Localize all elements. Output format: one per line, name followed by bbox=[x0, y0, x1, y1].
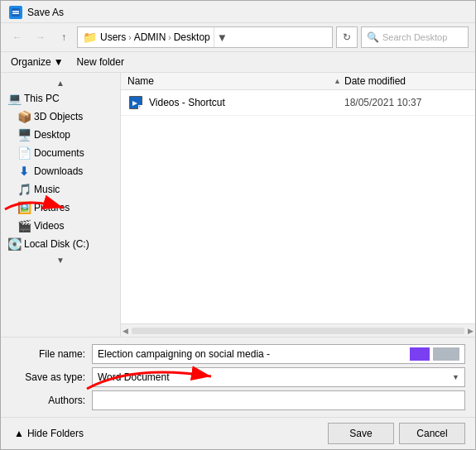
nav-item-videos[interactable]: 🎬 Videos bbox=[1, 217, 120, 235]
hide-folders-label: Hide Folders bbox=[27, 428, 84, 439]
up-button[interactable]: ↑ bbox=[54, 27, 74, 47]
search-bar[interactable]: 🔍 Search Desktop bbox=[361, 26, 469, 48]
file-item[interactable]: Videos - Shortcut 18/05/2021 10:37 bbox=[121, 90, 475, 116]
pictures-icon: 🖼️ bbox=[17, 201, 31, 214]
type-dropdown-icon: ▼ bbox=[452, 373, 459, 381]
breadcrumb-desktop[interactable]: Desktop bbox=[174, 31, 210, 43]
nav-item-desktop[interactable]: 🖥️ Desktop bbox=[1, 126, 120, 144]
videos-icon: 🎬 bbox=[17, 219, 31, 232]
title-bar-title: Save As bbox=[27, 7, 64, 18]
nav-label-desktop: Desktop bbox=[34, 129, 70, 141]
forward-button[interactable]: → bbox=[31, 27, 50, 47]
nav-scroll-up[interactable]: ▲ bbox=[1, 76, 120, 89]
type-label: Save as type: bbox=[11, 371, 85, 383]
footer-area: ▲ Hide Folders Save Cancel bbox=[1, 417, 475, 449]
sub-toolbar: Organize ▼ New folder bbox=[1, 52, 475, 73]
nav-item-documents[interactable]: 📄 Documents bbox=[1, 144, 120, 162]
nav-label-music: Music bbox=[34, 184, 60, 195]
nav-item-pictures[interactable]: 🖼️ Pictures bbox=[1, 199, 120, 217]
organize-dropdown-icon: ▼ bbox=[54, 56, 64, 68]
filename-label: File name: bbox=[11, 348, 85, 360]
save-as-dialog: Save As ← → ↑ 📁 Users › ADMIN › Desktop … bbox=[0, 0, 476, 450]
nav-label-downloads: Downloads bbox=[34, 165, 83, 177]
file-date: 18/05/2021 10:37 bbox=[344, 97, 469, 108]
downloads-icon: ⬇ bbox=[17, 165, 31, 178]
toolbar: ← → ↑ 📁 Users › ADMIN › Desktop ▼ ↻ 🔍 Se… bbox=[1, 23, 475, 52]
svg-rect-1 bbox=[12, 11, 19, 12]
file-list: Videos - Shortcut 18/05/2021 10:37 bbox=[121, 90, 475, 323]
new-folder-button[interactable]: New folder bbox=[74, 55, 127, 69]
svg-rect-0 bbox=[12, 8, 20, 17]
nav-item-downloads[interactable]: ⬇ Downloads bbox=[1, 162, 120, 180]
hide-folders-button[interactable]: ▲ Hide Folders bbox=[11, 426, 87, 441]
filename-row: File name: Election campaigning on socia… bbox=[11, 344, 465, 364]
type-row: Save as type: Word Document ▼ Word Docum… bbox=[11, 367, 465, 387]
title-bar-icon bbox=[9, 6, 22, 19]
back-button[interactable]: ← bbox=[7, 27, 27, 47]
nav-label-documents: Documents bbox=[34, 147, 84, 159]
type-input[interactable]: Word Document ▼ Word Document Word Macro… bbox=[92, 367, 465, 387]
search-placeholder: Search Desktop bbox=[382, 32, 447, 42]
file-name: Videos - Shortcut bbox=[149, 97, 344, 108]
desktop-icon: 🖥️ bbox=[17, 128, 31, 141]
nav-label-3d-objects: 3D Objects bbox=[34, 111, 83, 122]
breadcrumb-admin[interactable]: ADMIN bbox=[134, 31, 166, 43]
nav-label-videos: Videos bbox=[34, 220, 64, 232]
nav-label-local-disk: Local Disk (C:) bbox=[24, 238, 89, 250]
nav-label-this-pc: This PC bbox=[24, 93, 60, 104]
col-name-header[interactable]: Name bbox=[127, 75, 334, 87]
refresh-button[interactable]: ↻ bbox=[336, 26, 358, 48]
nav-item-this-pc[interactable]: 💻 This PC bbox=[1, 89, 120, 108]
footer-buttons: Save Cancel bbox=[328, 423, 465, 444]
organize-button[interactable]: Organize ▼ bbox=[7, 55, 67, 69]
breadcrumb: Users › ADMIN › Desktop bbox=[100, 31, 210, 43]
svg-rect-2 bbox=[12, 13, 19, 15]
horizontal-scrollbar[interactable]: ◀ ▶ bbox=[121, 323, 475, 337]
main-area: ▲ 💻 This PC 📦 3D Objects 🖥️ Desktop 📄 Do… bbox=[1, 73, 475, 337]
search-icon: 🔍 bbox=[367, 31, 379, 43]
music-icon: 🎵 bbox=[17, 183, 31, 196]
sort-arrow-icon: ▲ bbox=[334, 77, 341, 85]
authors-row: Authors: bbox=[11, 390, 465, 410]
type-value: Word Document bbox=[98, 371, 169, 383]
color-swatch-1 bbox=[410, 347, 430, 361]
nav-pane: ▲ 💻 This PC 📦 3D Objects 🖥️ Desktop 📄 Do… bbox=[1, 73, 121, 337]
authors-label: Authors: bbox=[11, 395, 85, 406]
breadcrumb-sep-2: › bbox=[168, 33, 171, 42]
this-pc-icon: 💻 bbox=[7, 92, 21, 105]
nav-item-local-disk[interactable]: 💽 Local Disk (C:) bbox=[1, 235, 120, 253]
organize-label: Organize bbox=[11, 56, 51, 68]
3d-objects-icon: 📦 bbox=[17, 110, 31, 123]
cancel-button[interactable]: Cancel bbox=[399, 423, 465, 444]
file-shortcut-icon bbox=[127, 94, 144, 111]
nav-scroll-down[interactable]: ▼ bbox=[1, 253, 120, 266]
authors-input[interactable] bbox=[92, 390, 465, 410]
documents-icon: 📄 bbox=[17, 146, 31, 160]
color-swatch-2 bbox=[433, 347, 459, 361]
col-date-header[interactable]: Date modified bbox=[344, 75, 469, 87]
hide-icon: ▲ bbox=[14, 428, 24, 439]
local-disk-icon: 💽 bbox=[7, 237, 21, 251]
form-area: File name: Election campaigning on socia… bbox=[1, 337, 475, 417]
title-bar: Save As bbox=[1, 1, 475, 23]
nav-label-pictures: Pictures bbox=[34, 202, 70, 213]
breadcrumb-sep-1: › bbox=[128, 33, 131, 42]
svg-rect-6 bbox=[138, 105, 142, 109]
address-dropdown-button[interactable]: ▼ bbox=[214, 27, 230, 47]
breadcrumb-users[interactable]: Users bbox=[100, 31, 126, 43]
address-folder-icon: 📁 bbox=[83, 31, 97, 44]
filename-value: Election campaigning on social media - bbox=[98, 348, 406, 360]
filename-input[interactable]: Election campaigning on social media - bbox=[92, 344, 465, 364]
nav-item-music[interactable]: 🎵 Music bbox=[1, 180, 120, 199]
address-bar: 📁 Users › ADMIN › Desktop ▼ bbox=[77, 26, 333, 48]
save-button[interactable]: Save bbox=[328, 423, 394, 444]
nav-item-3d-objects[interactable]: 📦 3D Objects bbox=[1, 108, 120, 126]
